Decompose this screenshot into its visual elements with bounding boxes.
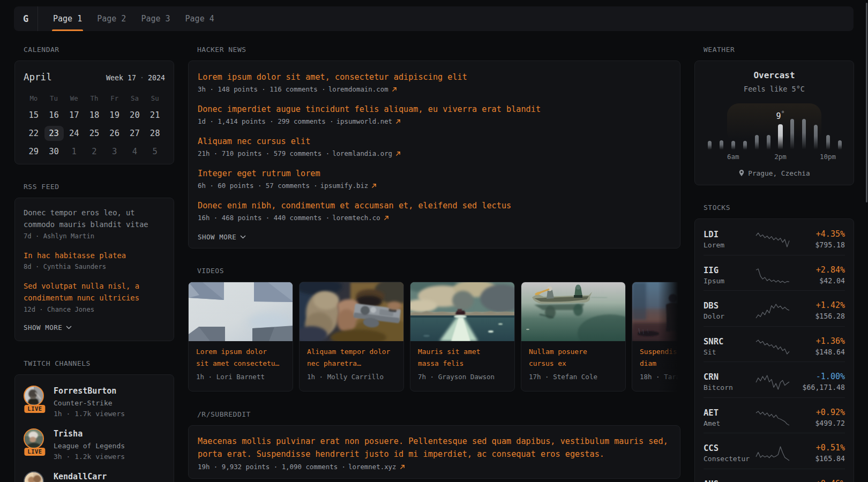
hackernews-item-domain[interactable]: loremlandia.org (332, 148, 392, 159)
stock-ticker[interactable]: CCS (704, 443, 755, 453)
tab-page-1[interactable]: Page 1 (52, 6, 83, 31)
calendar-day[interactable]: 26 (105, 126, 124, 141)
calendar-day[interactable]: 19 (105, 108, 124, 123)
stock-ticker[interactable]: AHS (704, 479, 755, 482)
stock-price: $148.64 (790, 348, 845, 358)
channel-name[interactable]: Trisha (54, 429, 125, 439)
hackernews-show-more-button[interactable]: SHOW MORE (198, 233, 671, 241)
rss-show-more-button[interactable]: SHOW MORE (24, 323, 165, 332)
video-title[interactable]: Nullam posuerecursus ex (529, 346, 618, 369)
rss-item-title[interactable]: In hac habitasse platea (24, 250, 165, 262)
hackernews-item-domain[interactable]: ipsumworld.net (336, 116, 392, 127)
calendar-day[interactable]: 18 (85, 108, 104, 123)
stock-ticker[interactable]: CRN (704, 372, 755, 382)
calendar-day[interactable]: 27 (125, 126, 144, 141)
weather-bar (838, 140, 842, 150)
calendar-day[interactable]: 22 (24, 126, 43, 141)
stock-name: Consectetur (704, 455, 755, 464)
hackernews-item-domain[interactable]: loremdomain.com (328, 84, 388, 95)
subreddit-post-domain[interactable]: loremnet.xyz (348, 462, 396, 472)
calendar-day[interactable]: 20 (125, 108, 144, 123)
stock-ticker[interactable]: SNRC (704, 337, 755, 347)
video-meta: 18h · Tara (640, 373, 680, 381)
weather-bar (814, 125, 818, 150)
rss-heading: RSS FEED (24, 183, 174, 190)
hackernews-item-meta: 3h · 148 points · 116 comments ·loremdom… (198, 84, 671, 95)
chevron-down-icon (66, 326, 72, 329)
calendar-day[interactable]: 5 (145, 144, 164, 159)
stock-price: $795.18 (790, 241, 845, 251)
hackernews-item-title[interactable]: Lorem ipsum dolor sit amet, consectetur … (198, 71, 671, 83)
subreddit-post-title[interactable]: Maecenas mollis pulvinar erat non posuer… (198, 435, 671, 461)
calendar-day[interactable]: 17 (64, 108, 84, 123)
video-meta: 17h · Stefan Cole (529, 373, 618, 381)
calendar-day[interactable]: 30 (44, 144, 64, 159)
calendar-day-selected[interactable]: 23 (44, 126, 64, 141)
avatar-image (25, 387, 43, 405)
video-title[interactable]: Lorem ipsum dolorsit amet consectetu… (196, 346, 285, 369)
calendar-day[interactable]: 4 (125, 144, 144, 159)
stock-row: AHS +0.46% (704, 469, 845, 482)
videos-widget: VIDEOS Lorem ipsum dolorsit amet consect… (188, 267, 680, 392)
weather-bar-current (778, 124, 783, 150)
stock-row: DBS Dolor +1.42% $156.28 (704, 290, 845, 326)
stock-ticker[interactable]: DBS (704, 301, 755, 311)
stock-sparkline (755, 374, 790, 390)
calendar-heading: CALENDAR (24, 46, 174, 53)
video-title[interactable]: Suspendissediam (640, 346, 680, 369)
video-card: Aliquam tempor dolornec pharetra… 1h · M… (299, 282, 404, 391)
stock-change: +4.35% (790, 229, 845, 239)
logo-box[interactable]: G (14, 6, 38, 31)
video-card: Nullam posuerecursus ex 17h · Stefan Col… (521, 282, 626, 391)
weather-location[interactable]: Prague, Czechia (695, 169, 854, 177)
tab-page-2[interactable]: Page 2 (96, 6, 127, 31)
scrollbar-thumb[interactable] (866, 3, 867, 202)
calendar-month: April (24, 72, 52, 82)
calendar-day[interactable]: 24 (64, 126, 84, 141)
hackernews-item-title[interactable]: Integer eget rutrum lorem (198, 168, 671, 179)
avatar[interactable] (24, 428, 44, 449)
calendar-weekday: Su (145, 93, 165, 104)
hackernews-item-title[interactable]: Donec imperdiet augue tincidunt felis al… (198, 103, 671, 115)
tab-page-4[interactable]: Page 4 (184, 6, 215, 31)
channel-name[interactable]: KendallCarr (54, 472, 107, 481)
weather-bar (743, 141, 747, 150)
calendar-day[interactable]: 25 (85, 126, 104, 141)
hackernews-item-domain[interactable]: ipsumify.biz (320, 180, 369, 191)
stock-ticker[interactable]: LDI (704, 230, 755, 239)
calendar-week-year: Week 17·2024 (106, 74, 165, 82)
chevron-down-icon (240, 235, 246, 239)
tab-page-3[interactable]: Page 3 (140, 6, 171, 31)
calendar-day[interactable]: 16 (44, 108, 64, 123)
calendar-day[interactable]: 28 (145, 126, 164, 141)
hackernews-item-meta: 21h · 710 points · 579 comments ·loremla… (198, 148, 671, 159)
video-title[interactable]: Mauris sit ametmassa felis (418, 346, 507, 369)
rss-item-title[interactable]: Donec tempor eros leo, ut commodo mauris… (24, 207, 165, 231)
calendar-day[interactable]: 3 (105, 144, 124, 159)
weather-condition: Overcast (695, 70, 854, 80)
rss-item-title[interactable]: Sed volutpat nulla nisl, a condimentum n… (24, 281, 165, 304)
stock-ticker[interactable]: AET (704, 408, 755, 418)
avatar-image (25, 430, 43, 448)
avatar[interactable] (24, 386, 44, 406)
stock-change: +1.36% (790, 336, 845, 346)
avatar-wrap: LIVE (24, 386, 46, 416)
channel-category[interactable]: League of Legends (54, 441, 125, 450)
rss-card: Donec tempor eros leo, ut commodo mauris… (14, 198, 174, 341)
channel-name[interactable]: ForrestBurton (54, 386, 125, 396)
calendar-day[interactable]: 1 (64, 144, 84, 159)
calendar-day[interactable]: 2 (85, 144, 104, 159)
video-title[interactable]: Aliquam tempor dolornec pharetra… (307, 346, 396, 369)
twitch-channel-item: KendallCarr (24, 471, 165, 482)
stock-ticker[interactable]: IIG (704, 266, 755, 275)
calendar-day[interactable]: 15 (24, 108, 43, 123)
calendar-day[interactable]: 29 (24, 144, 43, 159)
hackernews-item-title[interactable]: Aliquam nec cursus elit (198, 135, 671, 147)
weather-bar (731, 141, 735, 150)
avatar[interactable] (24, 471, 44, 482)
twitch-heading: TWITCH CHANNELS (24, 360, 174, 367)
hackernews-item-title[interactable]: Donec enim nibh, condimentum et accumsan… (198, 200, 671, 212)
hackernews-item-domain[interactable]: loremtech.co (332, 213, 380, 223)
channel-category[interactable]: Counter-Strike (54, 398, 125, 408)
calendar-day[interactable]: 21 (145, 108, 164, 123)
